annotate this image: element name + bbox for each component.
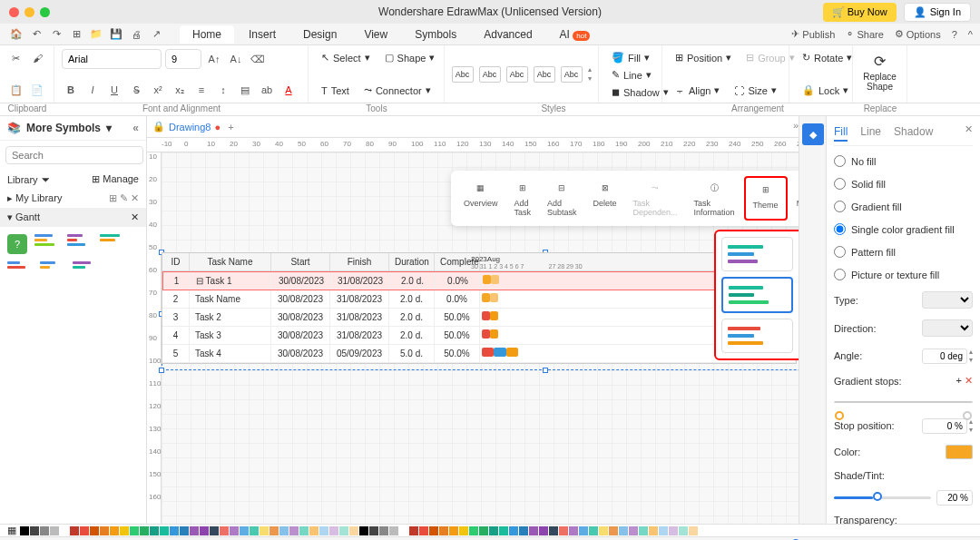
color-swatch[interactable] [170, 526, 179, 535]
menu-home[interactable]: Home [180, 25, 234, 44]
collapse-ribbon-icon[interactable]: ^ [968, 29, 973, 40]
color-swatch[interactable] [689, 526, 698, 535]
increase-font-icon[interactable]: A↑ [205, 50, 223, 68]
menu-advanced[interactable]: Advanced [471, 25, 544, 44]
style-preset-1[interactable]: Abc [452, 66, 474, 83]
color-swatch[interactable] [250, 526, 259, 535]
color-swatch[interactable] [70, 526, 79, 535]
color-swatch[interactable] [30, 526, 39, 535]
line-spacing-icon[interactable]: ↕ [214, 81, 232, 99]
menu-insert[interactable]: Insert [236, 25, 289, 44]
color-swatch[interactable] [429, 526, 438, 535]
rotate-dropdown[interactable]: ↻ Rotate▾ [797, 49, 845, 66]
format-painter-icon[interactable]: 🖌 [29, 49, 47, 67]
gantt-help-icon[interactable]: ? [7, 234, 27, 254]
line-tab[interactable]: Line [860, 123, 881, 142]
gantt-chart[interactable]: 2023Aug 30 31 1 2 3 4 5 6 7 27 28 29 30 … [162, 252, 797, 364]
gantt-row[interactable]: 4Task 330/08/202331/08/20232.0 d.50.0% [162, 327, 796, 345]
color-swatch[interactable] [339, 526, 348, 535]
more-symbols-header[interactable]: 📚 More Symbols ▾ « [0, 116, 146, 141]
color-swatch[interactable] [379, 526, 388, 535]
color-swatch[interactable] [509, 526, 518, 535]
redo-icon[interactable]: ↷ [47, 25, 65, 44]
color-swatch[interactable] [279, 526, 289, 535]
bullets-icon[interactable]: ≡ [192, 81, 211, 99]
pattern-fill-radio[interactable]: Pattern fill [834, 244, 973, 260]
style-scroll-up[interactable]: ▴ [588, 65, 592, 74]
gantt-row[interactable]: 2Task Name30/08/202331/08/20232.0 d.0.0% [162, 290, 796, 309]
manage-library-button[interactable]: ⊞ Manage [92, 173, 139, 185]
color-swatch[interactable] [569, 526, 578, 535]
color-swatch[interactable] [50, 526, 59, 535]
color-swatch[interactable] [469, 526, 478, 535]
color-swatch[interactable] [649, 526, 658, 535]
color-swatch[interactable] [190, 526, 199, 535]
shape-format-icon[interactable]: ◆ [802, 123, 824, 145]
color-swatch[interactable] [309, 526, 318, 535]
color-swatch[interactable] [479, 526, 488, 535]
color-swatch[interactable] [599, 526, 608, 535]
font-size-select[interactable] [165, 49, 201, 69]
my-library-row[interactable]: ▸ My Library ⊞ ✎ ✕ [0, 189, 146, 208]
color-swatch[interactable] [319, 526, 328, 535]
fill-dropdown[interactable]: 🪣 Fill ▾ [606, 49, 654, 66]
share-button[interactable]: ⚬ Share [846, 28, 883, 40]
direction-select[interactable] [922, 319, 973, 337]
no-fill-radio[interactable]: No fill [834, 153, 973, 169]
cut-icon[interactable]: ✂ [7, 49, 25, 67]
add-stop-icon[interactable]: + [956, 375, 962, 386]
print-icon[interactable]: 🖨 [127, 25, 145, 44]
color-swatch[interactable] [20, 526, 29, 535]
color-swatch[interactable] [579, 526, 588, 535]
color-swatch[interactable] [549, 526, 558, 535]
theme-option-1[interactable] [721, 237, 793, 271]
align-dropdown[interactable]: ⫟ Align▾ [670, 82, 725, 99]
highlight-icon[interactable]: ab [258, 81, 276, 99]
color-swatch[interactable] [369, 526, 378, 535]
gantt-library-section[interactable]: ▾ Gantt ✕ [0, 208, 146, 227]
shape-tool[interactable]: ▢ Shape ▾ [379, 49, 441, 66]
color-swatch[interactable] [409, 526, 418, 535]
font-color-icon[interactable]: A [279, 81, 298, 99]
open-icon[interactable]: 📁 [87, 25, 105, 44]
new-icon[interactable]: ⊞ [67, 25, 85, 44]
close-section-icon[interactable]: ✕ [131, 211, 139, 223]
collapse-panel-icon[interactable]: « [132, 122, 139, 134]
color-swatch[interactable] [120, 526, 129, 535]
remove-stop-icon[interactable]: ✕ [965, 375, 973, 386]
gantt-row[interactable]: 3Task 230/08/202331/08/20232.0 d.50.0% [162, 309, 796, 327]
stop-down-icon[interactable]: ▾ [969, 426, 973, 434]
select-tool[interactable]: ↖ Select ▾ [316, 49, 376, 66]
color-swatch[interactable] [100, 526, 109, 535]
options-button[interactable]: ⚙ Options [895, 28, 941, 40]
angle-up-icon[interactable]: ▴ [969, 348, 973, 356]
shade-slider[interactable] [834, 496, 931, 499]
color-swatch[interactable] [609, 526, 618, 535]
save-icon[interactable]: 💾 [107, 25, 125, 44]
color-swatch[interactable] [299, 526, 309, 535]
stop-position-input[interactable] [922, 418, 967, 434]
italic-icon[interactable]: I [83, 81, 102, 99]
buy-now-button[interactable]: 🛒 Buy Now [823, 3, 897, 22]
color-swatch[interactable] [946, 445, 973, 459]
color-swatch[interactable] [40, 526, 49, 535]
color-swatch[interactable] [130, 526, 139, 535]
color-swatch[interactable] [589, 526, 598, 535]
texture-fill-radio[interactable]: Picture or texture fill [834, 267, 973, 282]
add-subtask-button[interactable]: ⊟Add Subtask [540, 176, 584, 221]
maximize-window-button[interactable] [40, 7, 50, 17]
color-swatch[interactable] [200, 526, 209, 535]
gantt-thumb-1[interactable] [34, 234, 60, 252]
superscript-icon[interactable]: x² [149, 81, 167, 99]
menu-design[interactable]: Design [290, 25, 349, 44]
color-swatch[interactable] [80, 526, 89, 535]
add-task-button[interactable]: ⊞Add Task [507, 176, 539, 221]
gantt-row[interactable]: 5Task 430/08/202305/09/20235.0 d.50.0% [162, 345, 796, 363]
copy-icon[interactable]: 📋 [7, 81, 25, 99]
color-swatch[interactable] [519, 526, 528, 535]
color-swatch[interactable] [559, 526, 568, 535]
color-swatch[interactable] [220, 526, 229, 535]
color-swatch[interactable] [60, 526, 69, 535]
document-tab[interactable]: 🔒 Drawing8 ● [152, 121, 220, 133]
menu-symbols[interactable]: Symbols [402, 25, 469, 44]
